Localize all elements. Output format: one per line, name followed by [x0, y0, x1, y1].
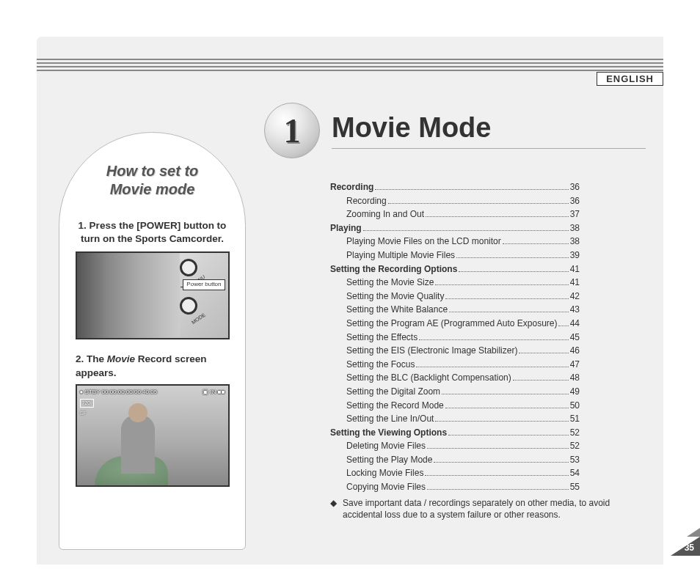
footer-note-text: Save important data / recordings separat…	[343, 497, 631, 521]
header-stripes	[37, 59, 663, 72]
toc-label: Playing	[330, 221, 362, 235]
step2-prefix: 2. The	[76, 353, 107, 364]
toc-label: Setting the Focus	[346, 358, 415, 372]
toc-page: 43	[570, 303, 580, 317]
toc-page: 39	[570, 249, 580, 262]
toc-leader-dots	[435, 421, 568, 422]
section-header: 1 Movie Mode	[264, 103, 646, 158]
mode-dial-icon	[180, 297, 197, 315]
toc-row: Setting the Viewing Options52	[330, 426, 580, 440]
toc-label: Deleting Movie Files	[346, 439, 426, 453]
toc-page: 37	[570, 207, 580, 221]
toc-leader-dots	[448, 435, 569, 436]
lcd-person-body	[121, 415, 155, 474]
toc-row: Zooming In and Out37	[330, 207, 580, 221]
osd-time: 00:00:00:00/00:40:05	[102, 389, 158, 395]
toc-leader-dots	[425, 475, 568, 476]
toc-page: 36	[570, 194, 580, 208]
toc-leader-dots	[445, 408, 569, 408]
toc-page: 45	[570, 331, 580, 345]
toc-page: 41	[570, 276, 580, 290]
toc-page: 38	[570, 235, 580, 249]
toc-leader-dots	[513, 380, 569, 381]
toc-label: Setting the White Balance	[346, 303, 448, 317]
toc-page: 55	[570, 480, 580, 494]
toc-page: 53	[570, 453, 580, 467]
toc-leader-dots	[388, 203, 569, 204]
toc-label: Setting the Program AE (Programmed Auto …	[346, 317, 557, 331]
main-content: 1 Movie Mode Recording36Recording36Zoomi…	[264, 103, 646, 494]
toc-page: 38	[570, 221, 580, 235]
toc-row: Setting the Focus47	[330, 358, 580, 372]
toc-leader-dots	[445, 298, 568, 299]
toc-leader-dots	[375, 189, 568, 190]
toc-leader-dots	[427, 489, 569, 490]
toc-label: Playing Movie Files on the LCD monitor	[346, 235, 501, 249]
toc-leader-dots	[442, 394, 569, 394]
toc-label: Setting the Digital Zoom	[346, 385, 440, 399]
toc-leader-dots	[427, 448, 569, 449]
step1-text: 1. Press the [POWER] button to turn on t…	[73, 219, 232, 246]
toc-label: Setting the EIS (Electronic Image Stabil…	[346, 344, 517, 358]
toc-label: Playing Multiple Movie Files	[346, 249, 455, 262]
toc-page: 48	[570, 371, 580, 385]
camera-diagram: MENU MODE Power button	[76, 251, 230, 339]
toc-page: 47	[570, 358, 580, 372]
toc-row: Deleting Movie Files52	[330, 439, 580, 453]
mode-dial-label: MODE	[190, 312, 205, 326]
camera-body-shape	[77, 253, 180, 339]
osd-in: IN	[211, 389, 216, 395]
osd-top-row: ● STBY 00:00:00:00/00:40:05 ▣ IN ■■	[80, 389, 225, 395]
toc-row: Setting the White Balance43	[330, 303, 580, 317]
sidebar-title-line1: How to set to	[106, 163, 199, 179]
toc-label: Setting the Viewing Options	[330, 426, 447, 440]
footer-note: ◆ Save important data / recordings separ…	[330, 497, 631, 521]
toc-leader-dots	[434, 462, 568, 463]
toc-page: 46	[570, 344, 580, 358]
toc-leader-dots	[519, 353, 568, 353]
toc-row: Playing38	[330, 221, 580, 235]
toc-page: 49	[570, 385, 580, 399]
toc-row: Setting the Movie Size41	[330, 276, 580, 290]
osd-sf: SF	[80, 411, 87, 416]
toc-label: Setting the Movie Size	[346, 276, 434, 290]
toc-leader-dots	[426, 216, 569, 217]
toc-page: 54	[570, 466, 580, 480]
toc-leader-dots	[558, 326, 568, 326]
toc-leader-dots	[363, 230, 569, 231]
toc-row: Locking Movie Files54	[330, 466, 580, 480]
sidebar-panel: How to set to Movie mode 1. Press the [P…	[59, 132, 246, 550]
toc-row: Recording36	[330, 180, 580, 194]
lcd-screenshot: ● STBY 00:00:00:00/00:40:05 ▣ IN ■■ 720i…	[76, 384, 230, 487]
toc-page: 50	[570, 399, 580, 413]
sidebar-title-line2: Movie mode	[110, 181, 195, 197]
toc-page: 36	[570, 180, 580, 194]
toc-label: Recording	[330, 180, 373, 194]
language-badge: ENGLISH	[597, 72, 663, 86]
toc-label: Setting the BLC (Backlight Compensation)	[346, 371, 511, 385]
toc-leader-dots	[419, 339, 568, 340]
toc-row: Playing Multiple Movie Files39	[330, 249, 580, 262]
toc-row: Setting the Play Mode53	[330, 453, 580, 467]
toc-page: 52	[570, 426, 580, 440]
toc-leader-dots	[435, 284, 568, 285]
toc-leader-dots	[503, 243, 569, 244]
step2-text: 2. The Movie Record screen appears.	[73, 353, 232, 379]
toc-row: Playing Movie Files on the LCD monitor38	[330, 235, 580, 249]
toc-label: Setting the Play Mode	[346, 453, 432, 467]
toc-page: 44	[570, 317, 580, 331]
toc-row: Setting the BLC (Backlight Compensation)…	[330, 371, 580, 385]
toc-leader-dots	[449, 312, 569, 312]
section-number-badge: 1	[264, 103, 320, 158]
toc-label: Copying Movie Files	[346, 480, 426, 494]
toc-row: Setting the Effects45	[330, 331, 580, 345]
toc-label: Setting the Effects	[346, 331, 418, 345]
osd-left-col: 720i SF	[80, 399, 94, 418]
toc-page: 51	[570, 412, 580, 426]
toc-page: 52	[570, 439, 580, 453]
diamond-icon: ◆	[330, 497, 337, 521]
toc-label: Zooming In and Out	[346, 207, 424, 221]
toc-row: Setting the EIS (Electronic Image Stabil…	[330, 344, 580, 358]
toc-leader-dots	[459, 271, 568, 272]
toc-row: Copying Movie Files55	[330, 480, 580, 494]
